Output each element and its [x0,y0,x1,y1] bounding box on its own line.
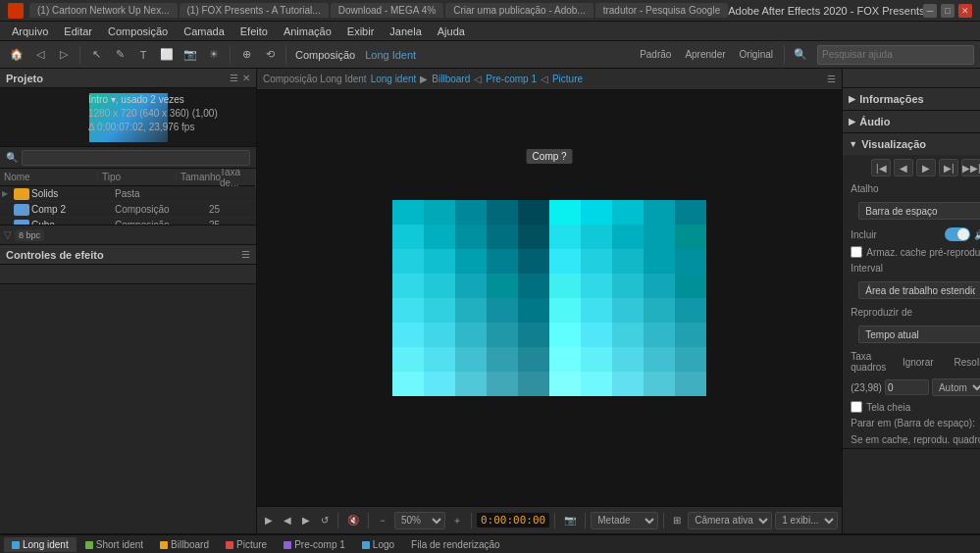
pb-prev-button[interactable]: ◀ [894,159,913,176]
menu-editar[interactable]: Editar [58,24,98,39]
shape-tool[interactable]: ⬜ [156,44,178,66]
comp-controls: ▶ ◀ ▶ ↺ 🔇 － 50% 100% 25% ＋ 0:00:00:00 📷 … [257,506,842,533]
pb-first-button[interactable]: |◀ [871,159,891,176]
project-panel-close-icon[interactable]: ✕ [242,73,250,83]
controls-separator-1 [337,513,338,528]
prev-frame-button[interactable]: ◀ [280,514,295,527]
tab-color-logo [362,541,370,549]
project-panel-header: Projeto ☰ ✕ [0,69,256,88]
tab-picture[interactable]: Picture [218,537,275,552]
controls-panel-header: Controles de efeito ☰ [0,245,256,265]
browser-tab-5[interactable]: tradutor - Pesquisa Google [595,3,729,18]
home-button[interactable]: 🏠 [6,44,27,66]
breadcrumb-billboard[interactable]: Billboard [432,74,470,84]
menu-animacao[interactable]: Animação [278,24,337,39]
visualizacao-header[interactable]: ▼ Visualização ☰ [843,133,980,155]
menu-efeito[interactable]: Efeito [234,24,274,39]
minimize-button[interactable]: ─ [923,4,937,18]
camera-select[interactable]: Câmera ativa [688,512,772,529]
tab-billboard[interactable]: Billboard [152,537,217,552]
select-tool[interactable]: ↖ [85,44,107,66]
comp-view[interactable]: Comp ? [257,90,842,506]
zoom-select[interactable]: 50% 100% 25% [394,512,445,529]
zoom-in-button[interactable]: ＋ [448,513,466,528]
list-item[interactable]: ▶ Solids Pasta [0,186,256,202]
camera-tool[interactable]: 📷 [180,44,201,66]
light-tool[interactable]: ☀ [203,44,225,66]
pb-last-button[interactable]: ▶▶| [961,159,980,176]
tempo-select[interactable]: Tempo atual [858,326,980,343]
tab-color-long-ident [12,541,20,549]
puppet-tool[interactable]: ⊕ [235,44,257,66]
area-select[interactable]: Área de trabalho estendida pelo... [858,281,980,299]
incluir-label: Incluir [851,229,941,240]
menu-arquivo[interactable]: Arquivo [6,24,54,39]
informacoes-header[interactable]: ▶ Informações [843,88,980,110]
tab-short-ident[interactable]: Short ident [77,537,151,552]
workspace-aprender[interactable]: Aprender [679,44,731,66]
controls-panel-menu-icon[interactable]: ☰ [241,249,250,260]
comp-name: Long Ident [361,49,420,61]
workspace-padrao[interactable]: Padrão [634,44,677,66]
tab-render-queue[interactable]: Fila de renderização [403,537,508,552]
fps-skip-input[interactable] [885,379,929,395]
resolution-select[interactable]: Autom... [932,378,980,396]
browser-tab-1[interactable]: (1) Cartoon Network Up Nex... [29,3,178,18]
browser-tab-2[interactable]: (1) FOX Presents - A Tutorial... [180,3,329,18]
tab-precomp1[interactable]: Pre-comp 1 [276,537,353,552]
browser-tab-4[interactable]: Criar uma publicação - Adob... [445,3,593,18]
play-button[interactable]: ▶ [261,514,277,527]
list-item[interactable]: Comp 2 Composição 25 [0,202,256,218]
project-panel-title: Projeto [6,73,226,84]
tab-long-ident[interactable]: Long ident [4,537,77,552]
timecode-display[interactable]: 0:00:00:00 [477,513,549,528]
menu-ajuda[interactable]: Ajuda [432,24,471,39]
next-frame-button[interactable]: ▶ [298,514,314,527]
breadcrumb-picture[interactable]: Picture [552,74,583,84]
area-row: Área de trabalho estendida pelo... [851,278,980,302]
menu-composicao[interactable]: Composição [102,24,174,39]
list-item[interactable]: Cube Composição 25 [0,218,256,225]
project-panel-menu-icon[interactable]: ☰ [230,73,238,83]
tela-cheia-checkbox[interactable] [851,401,862,413]
thumb-info-line3: Δ 0;00:07:02, 23,976 fps [88,121,218,134]
back-button[interactable]: ◁ [29,44,51,66]
tab-color-billboard [160,541,168,549]
incluir-toggle[interactable] [945,227,970,241]
text-tool[interactable]: T [132,44,154,66]
armaz-checkbox[interactable] [851,246,862,258]
view-select[interactable]: 1 exibi... [775,512,838,529]
maximize-button[interactable]: □ [941,4,954,18]
menu-exibir[interactable]: Exibir [341,24,381,39]
mute-button[interactable]: 🔇 [343,514,363,527]
forward-button[interactable]: ▷ [53,44,75,66]
close-button[interactable]: ✕ [958,4,972,18]
workspace-original[interactable]: Original [734,44,779,66]
center-panel: Composição Long Ident Long ident ▶ Billb… [257,69,843,533]
quality-select[interactable]: Metade Completo [591,512,658,529]
tab-logo[interactable]: Logo [354,537,402,552]
menu-camada[interactable]: Camada [178,24,231,39]
pb-play-button[interactable]: ▶ [916,159,936,176]
grid-button[interactable]: ⊞ [669,514,685,527]
loop-button[interactable]: ↺ [317,514,333,527]
tela-cheia-label: Tela cheia [866,402,980,413]
breadcrumb-precomp1[interactable]: Pre-comp 1 [486,74,537,84]
menu-janela[interactable]: Janela [384,24,427,39]
pen-tool[interactable]: ✎ [109,44,130,66]
roto-tool[interactable]: ⟲ [259,44,281,66]
project-search-input[interactable] [22,150,250,166]
audio-toggle[interactable]: 🔊 [974,229,980,240]
color-depth-label[interactable]: 8 bpc [15,229,44,241]
timeline-tabs [0,265,256,284]
comp-panel-menu-icon[interactable]: ☰ [827,74,836,84]
browser-tab-3[interactable]: Download - MEGA 4% [331,3,444,18]
zoom-out-button[interactable]: － [374,513,391,528]
snapshot-button[interactable]: 📷 [560,514,580,527]
pb-next-button[interactable]: ▶| [939,159,958,176]
search-input[interactable] [817,45,974,65]
audio-header[interactable]: ▶ Áudio [843,111,980,132]
breadcrumb-long-ident[interactable]: Long ident [371,74,417,84]
atalho-select[interactable]: Barra de espaço [858,202,980,220]
main-area: Projeto ☰ ✕ Intro ▾, usado 2 vezes 1280 … [0,69,980,533]
